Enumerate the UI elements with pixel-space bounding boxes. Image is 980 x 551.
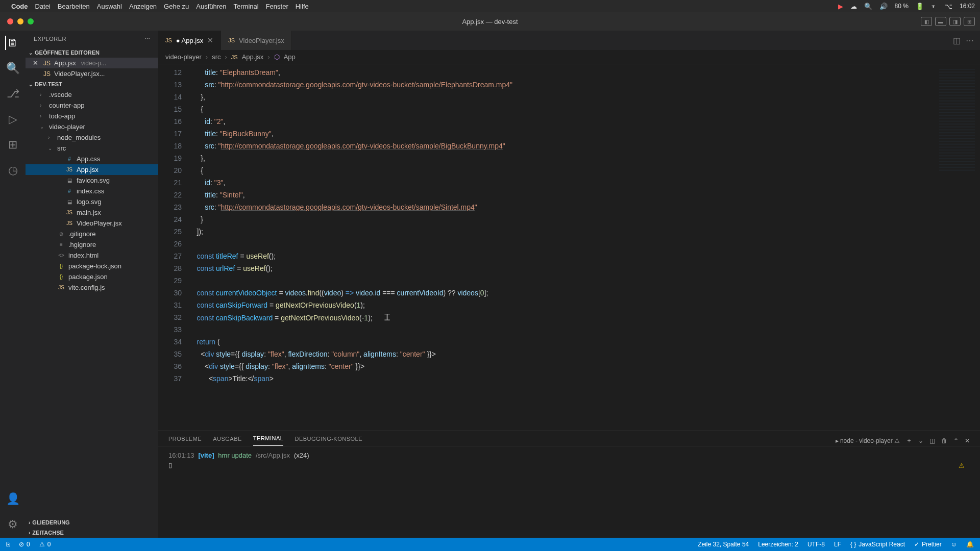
- recording-icon[interactable]: ▶: [838, 3, 843, 10]
- activity-search[interactable]: 🔍: [6, 61, 20, 76]
- control-center-icon[interactable]: ⌥: [945, 3, 952, 10]
- folder-item[interactable]: ⌄src: [26, 143, 158, 154]
- panel-tab-problems[interactable]: PROBLEME: [168, 436, 202, 446]
- activity-explorer[interactable]: 🗎: [5, 36, 19, 50]
- panel-tab-terminal[interactable]: TERMINAL: [253, 435, 284, 446]
- terminal-shell-label[interactable]: ▸ node - video-player ⚠: [836, 437, 900, 444]
- terminal-output[interactable]: 16:01:13 [vite] hmr update /src/App.jsx …: [158, 446, 980, 538]
- maximize-panel-icon[interactable]: ⌃: [953, 437, 959, 444]
- open-editor-item[interactable]: ✕ JS App.jsx video-p...: [26, 58, 158, 68]
- folder-item[interactable]: ›.vscode: [26, 89, 158, 100]
- file-item[interactable]: ⊘.gitignore: [26, 229, 158, 239]
- window-maximize[interactable]: [28, 18, 34, 24]
- layout-panel-icon[interactable]: ▬: [935, 17, 946, 26]
- breadcrumb[interactable]: video-player› src› JS App.jsx› ⬡ App: [158, 50, 980, 64]
- file-item[interactable]: #index.css: [26, 186, 158, 196]
- breadcrumb-item[interactable]: App.jsx: [242, 53, 264, 61]
- status-warnings[interactable]: ⚠ 0: [39, 541, 51, 548]
- file-item[interactable]: {}package-lock.json: [26, 261, 158, 271]
- folder-item[interactable]: ›counter-app: [26, 100, 158, 111]
- menu-run[interactable]: Ausführen: [196, 3, 226, 10]
- activity-remote[interactable]: ◷: [6, 163, 20, 178]
- panel-tab-debug-console[interactable]: DEBUGGING-KONSOLE: [295, 436, 362, 446]
- traffic-lights: [0, 18, 34, 24]
- status-prettier[interactable]: ✓ Prettier: [914, 541, 942, 548]
- menu-go[interactable]: Gehe zu: [164, 3, 189, 10]
- tab-videoplayer-jsx[interactable]: JS VideoPlayer.jsx: [221, 31, 292, 50]
- status-errors[interactable]: ⊘ 0: [19, 541, 30, 548]
- activity-extensions[interactable]: ⊞: [6, 138, 20, 152]
- volume-icon[interactable]: 🔊: [879, 3, 888, 10]
- explorer-more-icon[interactable]: ⋯: [144, 36, 151, 42]
- menu-help[interactable]: Hilfe: [296, 3, 309, 10]
- sidebar-explorer: EXPLORER ⋯ ⌄ GEÖFFNETE EDITOREN ✕ JS App…: [26, 31, 158, 538]
- file-item[interactable]: ⬓favicon.svg: [26, 175, 158, 186]
- menu-terminal[interactable]: Terminal: [234, 3, 259, 10]
- tab-label: ● App.jsx: [176, 37, 203, 44]
- clock[interactable]: 16:02: [960, 3, 975, 10]
- file-item[interactable]: ⬓logo.svg: [26, 196, 158, 207]
- file-item[interactable]: JSApp.jsx: [26, 164, 158, 175]
- file-item[interactable]: <>index.html: [26, 250, 158, 261]
- layout-customize-icon[interactable]: ⊞: [964, 17, 975, 26]
- status-eol[interactable]: LF: [834, 541, 841, 548]
- section-workspace[interactable]: ⌄ DEV-TEST: [26, 79, 158, 89]
- folder-item[interactable]: ⌄video-player: [26, 121, 158, 132]
- menubar-app[interactable]: Code: [11, 3, 28, 10]
- file-item[interactable]: JSvite.config.js: [26, 282, 158, 293]
- kill-terminal-icon[interactable]: 🗑: [941, 437, 947, 444]
- status-language[interactable]: { } JavaScript React: [850, 541, 905, 548]
- close-icon[interactable]: ✕: [207, 36, 213, 44]
- close-panel-icon[interactable]: ✕: [965, 437, 970, 444]
- file-item[interactable]: #App.css: [26, 154, 158, 164]
- layout-sidebar-left-icon[interactable]: ◧: [921, 17, 932, 26]
- status-cursor-position[interactable]: Zeile 32, Spalte 54: [698, 541, 749, 548]
- menu-file[interactable]: Datei: [35, 3, 51, 10]
- section-open-editors[interactable]: ⌄ GEÖFFNETE EDITOREN: [26, 47, 158, 58]
- file-item[interactable]: JSmain.jsx: [26, 207, 158, 218]
- tab-app-jsx[interactable]: JS ● App.jsx ✕: [158, 31, 221, 50]
- code-editor[interactable]: title: "ElephantsDream", src: "http://co…: [189, 64, 934, 431]
- window-minimize[interactable]: [17, 18, 23, 24]
- file-item[interactable]: ≡.hgignore: [26, 239, 158, 250]
- status-notifications-icon[interactable]: 🔔: [966, 541, 974, 548]
- workspace-label: DEV-TEST: [35, 81, 62, 87]
- menu-selection[interactable]: Auswahl: [97, 3, 122, 10]
- split-terminal-icon[interactable]: ◫: [929, 437, 935, 444]
- line-gutter[interactable]: 1213141516171819202122232425262728293031…: [158, 64, 189, 431]
- status-feedback-icon[interactable]: ☺: [951, 541, 957, 548]
- section-outline[interactable]: › GLIEDERUNG: [26, 517, 158, 528]
- breadcrumb-item[interactable]: src: [212, 53, 220, 61]
- section-timeline[interactable]: › ZEITACHSE: [26, 528, 158, 538]
- activity-accounts[interactable]: 👤: [6, 492, 20, 506]
- status-encoding[interactable]: UTF-8: [807, 541, 825, 548]
- activity-source-control[interactable]: ⎇: [6, 87, 20, 101]
- new-terminal-icon[interactable]: ＋: [906, 436, 912, 445]
- folder-item[interactable]: ›todo-app: [26, 111, 158, 121]
- open-editor-item[interactable]: JS VideoPlayer.jsx...: [26, 68, 158, 79]
- window-close[interactable]: [7, 18, 13, 24]
- panel-tab-output[interactable]: AUSGABE: [213, 436, 242, 446]
- file-item[interactable]: JSVideoPlayer.jsx: [26, 218, 158, 229]
- spotlight-icon[interactable]: 🔍: [864, 3, 872, 10]
- activity-settings[interactable]: ⚙: [6, 517, 20, 532]
- terminal-dropdown-icon[interactable]: ⌄: [918, 437, 923, 444]
- breadcrumb-item[interactable]: App: [284, 53, 296, 61]
- status-indentation[interactable]: Leerzeichen: 2: [758, 541, 798, 548]
- activity-run-debug[interactable]: ▷: [6, 112, 20, 127]
- menu-edit[interactable]: Bearbeiten: [58, 3, 90, 10]
- split-editor-icon[interactable]: ◫: [953, 36, 961, 45]
- more-actions-icon[interactable]: ⋯: [966, 36, 974, 45]
- close-icon[interactable]: ✕: [33, 59, 40, 67]
- battery-icon[interactable]: 🔋: [916, 3, 924, 10]
- status-remote[interactable]: ⎘: [6, 541, 10, 548]
- docker-icon[interactable]: ☁: [850, 3, 857, 10]
- file-item[interactable]: {}package.json: [26, 271, 158, 282]
- folder-item[interactable]: ›node_modules: [26, 132, 158, 143]
- menu-view[interactable]: Anzeigen: [129, 3, 157, 10]
- breadcrumb-item[interactable]: video-player: [165, 53, 202, 61]
- menu-window[interactable]: Fenster: [266, 3, 288, 10]
- layout-sidebar-right-icon[interactable]: ◨: [949, 17, 961, 26]
- wifi-icon[interactable]: ᯤ: [931, 3, 938, 10]
- minimap[interactable]: [934, 64, 980, 431]
